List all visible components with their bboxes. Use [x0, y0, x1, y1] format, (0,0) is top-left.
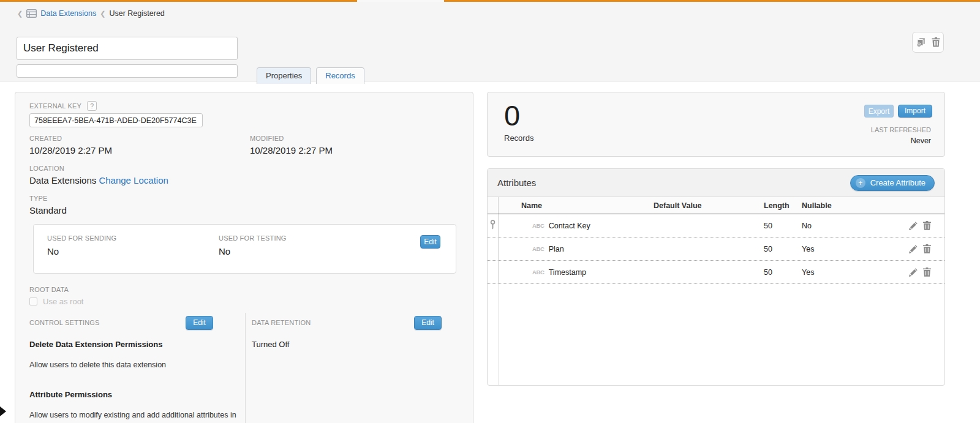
create-attribute-button[interactable]: + Create Attribute [850, 175, 935, 191]
extension-name-input[interactable] [17, 37, 238, 60]
duplicate-icon[interactable] [916, 37, 926, 47]
text-type-icon: ABC [532, 222, 545, 229]
create-attribute-label: Create Attribute [870, 176, 925, 190]
page-header: ❮ Data Extensions ❮ User Registered Prop… [0, 2, 980, 81]
column-header-default-value: Default Value [652, 201, 762, 210]
attributes-table-rows: ABCContact Key50NoABCPlan50YesABCTimesta… [488, 214, 944, 284]
data-extensions-grid-icon [26, 9, 37, 18]
created-label: CREATED [29, 135, 62, 142]
primary-key-cell [488, 214, 499, 237]
settings-divider [245, 313, 246, 423]
key-column-header [488, 197, 499, 214]
delete-attribute-icon[interactable] [923, 221, 931, 230]
breadcrumb-current: User Registered [109, 9, 164, 18]
column-header-name: Name [499, 201, 652, 210]
header-action-bar [912, 32, 944, 53]
edit-attribute-icon[interactable] [909, 245, 918, 253]
attributes-panel: Attributes + Create Attribute Name Defau… [487, 168, 945, 386]
column-header-nullable: Nullable [800, 201, 904, 210]
external-key-label: EXTERNAL KEY [29, 102, 81, 110]
edit-attribute-icon[interactable] [909, 222, 918, 230]
sidebar-expand-arrow-icon[interactable] [0, 406, 6, 416]
used-for-testing-label: USED FOR TESTING [219, 234, 287, 242]
external-key-input[interactable] [29, 113, 203, 127]
attributes-header: Attributes + Create Attribute [488, 169, 944, 197]
created-value: 10/28/2019 2:27 PM [29, 145, 112, 155]
attribute-length: 50 [762, 245, 800, 253]
attribute-row: ABCContact Key50No [488, 214, 944, 238]
usage-box: USED FOR SENDING No USED FOR TESTING No … [33, 224, 456, 274]
attribute-permissions-desc: Allow users to modify existing and add a… [29, 411, 236, 419]
used-for-sending-value: No [47, 246, 59, 256]
attribute-name: Timestamp [549, 268, 586, 277]
attribute-permissions-title: Attribute Permissions [29, 390, 112, 399]
control-settings-label: CONTROL SETTINGS [29, 319, 100, 326]
attributes-table-empty-area [488, 284, 944, 386]
attributes-table: Name Default Value Length Nullable ABCCo… [488, 197, 944, 386]
import-button[interactable]: Import [898, 105, 932, 118]
primary-key-cell [488, 261, 499, 283]
breadcrumb: ❮ Data Extensions ❮ User Registered [17, 7, 165, 20]
records-panel: 0 Records Export Import LAST REFRESHED N… [487, 92, 945, 157]
attribute-nullable: Yes [800, 245, 904, 253]
edit-attribute-icon[interactable] [909, 268, 918, 277]
attribute-nullable: Yes [800, 268, 904, 277]
type-label: TYPE [29, 195, 48, 202]
use-as-root-checkbox[interactable] [29, 298, 37, 305]
tab-bar: Properties Records [257, 67, 364, 84]
data-retention-value: Turned Off [252, 340, 289, 349]
delete-permissions-title: Delete Data Extension Permissions [29, 340, 162, 349]
last-refreshed-value: Never [911, 137, 931, 145]
attribute-name: Plan [549, 245, 564, 253]
record-count-label: Records [504, 133, 533, 143]
text-type-icon: ABC [532, 245, 545, 252]
extension-description-input[interactable] [17, 64, 238, 78]
plus-icon: + [856, 178, 865, 188]
column-header-length: Length [762, 201, 800, 210]
text-type-icon: ABC [532, 269, 545, 275]
type-value: Standard [29, 205, 67, 215]
breadcrumb-parent-link[interactable]: Data Extensions [40, 9, 96, 18]
control-settings-edit-button[interactable]: Edit [186, 316, 213, 330]
attributes-title: Attributes [497, 178, 536, 188]
delete-permissions-desc: Allow users to delete this data extensio… [29, 361, 166, 369]
attribute-length: 50 [762, 222, 800, 230]
breadcrumb-back-icon[interactable]: ❮ [17, 10, 23, 18]
change-location-link[interactable]: Change Location [99, 175, 168, 185]
usage-edit-button[interactable]: Edit [420, 235, 440, 249]
modified-label: MODIFIED [250, 135, 284, 142]
primary-key-cell [488, 238, 499, 260]
export-button[interactable]: Export [864, 105, 894, 118]
delete-attribute-icon[interactable] [923, 268, 931, 277]
used-for-testing-value: No [219, 246, 230, 256]
location-label: LOCATION [29, 165, 64, 172]
properties-panel: EXTERNAL KEY ? CREATED 10/28/2019 2:27 P… [15, 92, 473, 423]
delete-attribute-icon[interactable] [923, 244, 931, 253]
root-data-label: ROOT DATA [29, 286, 69, 293]
attribute-name: Contact Key [549, 222, 590, 230]
primary-key-icon [490, 220, 496, 232]
attribute-row: ABCTimestamp50Yes [488, 261, 944, 284]
data-extension-properties-page: ❮ Data Extensions ❮ User Registered Prop… [0, 0, 980, 423]
tab-properties[interactable]: Properties [257, 67, 311, 84]
breadcrumb-separator-icon: ❮ [100, 10, 105, 18]
record-count: 0 [504, 99, 520, 132]
attributes-table-header: Name Default Value Length Nullable [488, 197, 944, 214]
last-refreshed-label: LAST REFRESHED [871, 126, 931, 133]
use-as-root-label: Use as root [43, 297, 83, 306]
attribute-nullable: No [800, 222, 904, 230]
data-retention-label: DATA RETENTION [252, 319, 311, 326]
help-icon[interactable]: ? [87, 101, 97, 111]
modified-value: 10/28/2019 2:27 PM [250, 145, 333, 155]
used-for-sending-label: USED FOR SENDING [47, 234, 116, 242]
tab-records[interactable]: Records [316, 67, 364, 84]
attribute-row: ABCPlan50Yes [488, 238, 944, 261]
delete-icon[interactable] [932, 37, 940, 47]
attribute-length: 50 [762, 268, 800, 277]
location-value: Data Extensions [29, 175, 96, 185]
data-retention-edit-button[interactable]: Edit [414, 316, 442, 330]
